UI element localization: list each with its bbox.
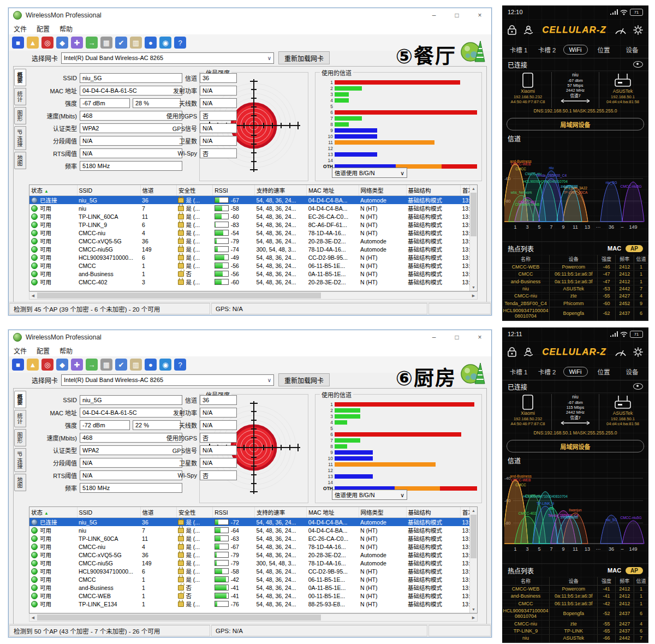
location-map-icon[interactable] bbox=[523, 25, 534, 35]
menu-item[interactable]: 配置 bbox=[32, 346, 55, 355]
menu-item[interactable]: 配置 bbox=[32, 24, 55, 33]
close-button[interactable]: × bbox=[468, 330, 491, 344]
ap-table-row[interactable]: 可用CMCC1是 (...-4254, 48, 36, 24...06-11-B… bbox=[29, 575, 478, 583]
column-header[interactable]: SSID bbox=[77, 185, 140, 196]
scroll-down-icon[interactable]: ▼ bbox=[470, 284, 477, 291]
side-tab-4[interactable]: IP 连接 bbox=[14, 126, 26, 150]
target-icon[interactable]: ◎ bbox=[41, 37, 53, 49]
column-header[interactable]: 支持的速率 bbox=[254, 185, 306, 196]
side-tab-4[interactable]: IP 连接 bbox=[14, 448, 26, 472]
column-header[interactable]: RSSI bbox=[213, 185, 255, 196]
minimize-button[interactable]: – bbox=[422, 8, 445, 22]
ap-table-row[interactable]: 可用CMCC-4023是 (...-6054, 48, 36, 24...20-… bbox=[29, 278, 478, 286]
menu-item[interactable]: 文件 bbox=[9, 24, 32, 33]
ap-table-row[interactable]: 可用CMCC-xVQ5-5G36是 (...-7954, 48, 36, 24.… bbox=[29, 551, 478, 559]
column-header[interactable]: RSSI bbox=[213, 507, 255, 518]
hotspot-row[interactable]: and-Business0a:11:b5:1e:a6:3f-4724121 bbox=[502, 278, 648, 285]
open-icon[interactable]: ▲ bbox=[27, 359, 39, 371]
save-icon[interactable]: ■ bbox=[12, 37, 24, 49]
side-tab-2[interactable]: 统计 bbox=[14, 410, 26, 427]
phone-tab-4[interactable]: 位置 bbox=[590, 367, 618, 376]
menu-item[interactable]: 帮助 bbox=[55, 346, 78, 355]
side-tab-3[interactable]: 图形 bbox=[14, 429, 26, 446]
eye-icon[interactable] bbox=[633, 61, 643, 68]
hotspot-row[interactable]: CMCC-WEBPowercom-4124121 bbox=[502, 586, 648, 593]
vscroll-thumb[interactable] bbox=[471, 193, 477, 236]
hotspot-row[interactable]: niuASUSTek-6624427 bbox=[502, 635, 648, 642]
verify-icon[interactable]: ✔ bbox=[115, 359, 127, 371]
phone-tab-3[interactable]: WiFi bbox=[561, 368, 590, 375]
side-tab-2[interactable]: 统计 bbox=[14, 88, 26, 105]
column-header[interactable]: 支持的速率 bbox=[254, 507, 306, 518]
mac-toggle[interactable]: MAC bbox=[608, 245, 621, 252]
close-button[interactable]: × bbox=[468, 8, 491, 22]
ap-table-row[interactable]: 可用CMCC1是 (...-5654, 48, 36, 24...06-11-B… bbox=[29, 261, 478, 270]
hotspot-row[interactable]: CMCC06:11:b5:1e:a6:3f-4724121 bbox=[502, 271, 648, 278]
ap-table-row[interactable]: 可用and-Business1否-5654, 48, 36, 24...0A-1… bbox=[29, 270, 478, 278]
ap-table-row[interactable]: 可用TP-LINK_60CA11是 (...-6054, 48, 36, 24.… bbox=[29, 212, 478, 220]
column-header[interactable]: 状态 ▲ bbox=[29, 185, 77, 196]
hotspot-row[interactable]: and-Business0a:11:b5:1e:a6:3f-4124121 bbox=[502, 593, 648, 600]
vertical-scrollbar[interactable]: ▲ ▼ bbox=[469, 507, 477, 613]
network-copy-icon[interactable]: ◆ bbox=[56, 37, 68, 49]
lan-devices-button[interactable]: 局域网设备 bbox=[507, 118, 644, 130]
network-copy-icon[interactable]: ◆ bbox=[56, 359, 68, 371]
maximize-button[interactable]: □ bbox=[445, 8, 468, 22]
reload-adapter-button[interactable]: 重新加载网卡 bbox=[278, 373, 330, 386]
adapter-select[interactable]: Intel(R) Dual Band Wireless-AC 8265 ∨ bbox=[61, 374, 274, 386]
hotspot-row[interactable]: CMCC06:11:b5:1e:a6:3f-4224121 bbox=[502, 600, 648, 607]
phone-tab-5[interactable]: 设备 bbox=[618, 367, 646, 376]
save-icon[interactable]: ■ bbox=[12, 359, 24, 371]
scroll-left-icon[interactable]: ◀ bbox=[29, 292, 37, 299]
column-header[interactable]: 安全性 bbox=[176, 185, 212, 196]
scroll-right-icon[interactable]: ▶ bbox=[470, 292, 477, 299]
scroll-right-icon[interactable]: ▶ bbox=[470, 614, 477, 621]
verify-icon[interactable]: ✔ bbox=[115, 37, 127, 49]
hscroll-thumb[interactable] bbox=[37, 293, 321, 299]
phone-tab-2[interactable]: 卡槽 2 bbox=[533, 367, 561, 376]
hotspot-row[interactable]: niu_5GASUSTek-63518036 bbox=[502, 320, 648, 321]
ap-table-row[interactable]: 可用HCL900934710000...6是 (...-4954, 48, 36… bbox=[29, 253, 478, 261]
column-header[interactable]: 信道 bbox=[140, 507, 176, 518]
speed-gauge-icon[interactable] bbox=[615, 25, 627, 35]
print-icon[interactable]: ▦ bbox=[100, 37, 112, 49]
web-info-icon[interactable]: ◉ bbox=[159, 359, 171, 371]
vertical-scrollbar[interactable]: ▲ ▼ bbox=[469, 185, 477, 291]
print-icon[interactable]: ▦ bbox=[100, 359, 112, 371]
side-tab-3[interactable]: 图形 bbox=[14, 107, 26, 124]
column-header[interactable]: 基础结构 bbox=[406, 185, 460, 196]
location-map-icon[interactable] bbox=[523, 347, 534, 357]
ap-table-row[interactable]: 可用CMCC-niu4是 (...-5454, 48, 36, 24...78-… bbox=[29, 229, 478, 237]
ap-table-row[interactable]: 可用and-Business1否-4154, 48, 36, 24...0A-1… bbox=[29, 583, 478, 592]
ap-table-row[interactable]: 可用CMCC-WEB1否-4154, 48, 36, 24...00-11-B5… bbox=[29, 592, 478, 600]
target-icon[interactable]: ◎ bbox=[41, 359, 53, 371]
run-export-icon[interactable]: → bbox=[86, 37, 98, 49]
ap-table-row[interactable]: 可用TP-LINK_96是 (...-8354, 48, 36, 24...8C… bbox=[29, 220, 478, 229]
column-header[interactable]: MAC 地址 bbox=[307, 185, 359, 196]
column-header[interactable]: 信道 bbox=[140, 185, 176, 196]
hotspot-row[interactable]: CMCC-niuzte-5524274 bbox=[502, 293, 648, 300]
column-header[interactable]: MAC 地址 bbox=[307, 507, 359, 518]
ap-toggle[interactable]: AP bbox=[626, 245, 643, 252]
maximize-button[interactable]: □ bbox=[445, 330, 468, 344]
side-tab-1[interactable]: 概要 bbox=[14, 391, 26, 408]
column-header[interactable]: 安全性 bbox=[176, 507, 212, 518]
minimize-button[interactable]: – bbox=[422, 330, 445, 344]
scroll-up-icon[interactable]: ▲ bbox=[470, 507, 477, 514]
column-header[interactable]: 基础结构 bbox=[406, 507, 460, 518]
speed-gauge-icon[interactable] bbox=[615, 347, 627, 357]
hotspot-row[interactable]: TP-LINK_9TP-LINK-6524376 bbox=[502, 628, 648, 635]
ap-table-row[interactable]: 可用CMCC-xVQ5-5G36是 (...-7954, 48, 36, 24.… bbox=[29, 237, 478, 245]
hscroll-thumb[interactable] bbox=[37, 615, 321, 621]
hotspot-row[interactable]: niuASUSTek-5324427 bbox=[502, 285, 648, 293]
web-icon[interactable]: ● bbox=[145, 37, 157, 49]
ap-table-row[interactable]: 可用niu7是 (...-5854, 48, 36, 24...04-D4-C4… bbox=[29, 204, 478, 212]
ap-table-row[interactable]: 可用CMCC-niu4是 (...-6754, 48, 36, 24...78-… bbox=[29, 542, 478, 551]
menu-item[interactable]: 文件 bbox=[9, 346, 32, 355]
scroll-down-icon[interactable]: ▼ bbox=[470, 606, 477, 613]
column-header[interactable]: SSID bbox=[77, 507, 140, 518]
channel-mode-dropdown[interactable]: 信道使用 B/G/N ∨ bbox=[332, 168, 407, 178]
open-icon[interactable]: ▲ bbox=[27, 37, 39, 49]
ap-table-row[interactable]: 可用CMCC-niu5G149是 (...-74300, 54, 48, 3..… bbox=[29, 245, 478, 253]
eye-icon[interactable] bbox=[633, 383, 643, 390]
